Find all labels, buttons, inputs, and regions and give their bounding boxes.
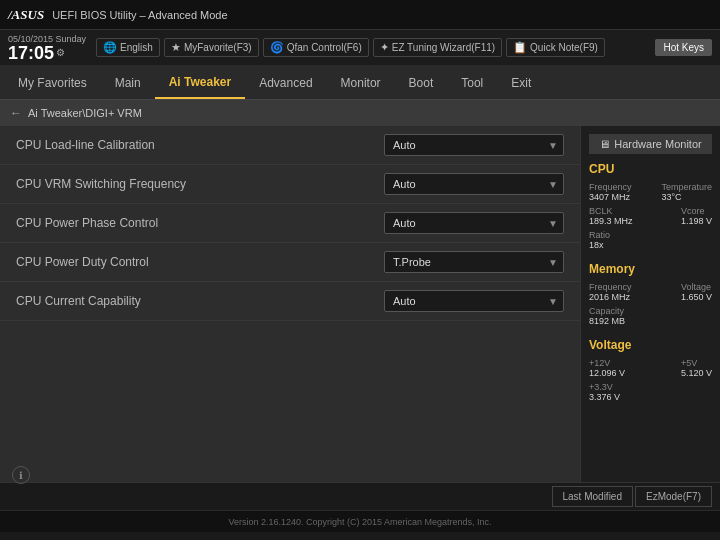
setting-label: CPU Power Duty Control [16,255,384,269]
myfavorite-label: MyFavorite(F3) [184,42,252,53]
memory-section: Memory Frequency 2016 MHz Voltage 1.650 … [589,262,712,326]
cpu-frequency-value: 3407 MHz [589,192,632,202]
select-wrapper: AutoManual▼ [384,212,564,234]
v33-value: 3.376 V [589,392,712,402]
qfan-button[interactable]: 🌀 Qfan Control(F6) [263,38,369,57]
nav-ai-tweaker[interactable]: Ai Tweaker [155,66,245,99]
datetime-block: 05/10/2015 Sunday 17:05 ⚙ [8,34,86,62]
mem-capacity-value: 8192 MB [589,316,712,326]
setting-select[interactable]: AutoManual [384,134,564,156]
setting-select[interactable]: AutoManual [384,290,564,312]
eztuning-button[interactable]: ✦ EZ Tuning Wizard(F11) [373,38,502,57]
gear-icon: ⚙ [56,47,65,58]
last-modified-button[interactable]: Last Modified [552,486,633,507]
status-bar: Last Modified EzMode(F7) [0,482,720,510]
breadcrumb-path: Ai Tweaker\DIGI+ VRM [28,107,142,119]
voltage-section-title: Voltage [589,338,712,352]
setting-label: CPU Load-line Calibration [16,138,384,152]
nav-monitor[interactable]: Monitor [327,66,395,99]
select-wrapper: AutoManual▼ [384,173,564,195]
cpu-ratio-label: Ratio [589,230,712,240]
v12-label: +12V [589,358,625,368]
language-label: English [120,42,153,53]
setting-row: CPU Power Duty ControlT.ProbeExtremeManu… [0,243,580,282]
quicknote-button[interactable]: 📋 Quick Note(F9) [506,38,605,57]
note-icon: 📋 [513,41,527,54]
setting-row: CPU VRM Switching FrequencyAutoManual▼ [0,165,580,204]
cpu-frequency-label: Frequency [589,182,632,192]
mem-voltage-label: Voltage [681,282,712,292]
cpu-temperature-label: Temperature [661,182,712,192]
v12-value: 12.096 V [589,368,625,378]
quicknote-label: Quick Note(F9) [530,42,598,53]
time-display: 17:05 [8,44,54,62]
memory-section-title: Memory [589,262,712,276]
setting-label: CPU VRM Switching Frequency [16,177,384,191]
settings-panel: CPU Load-line CalibrationAutoManual▼CPU … [0,126,580,482]
hotkeys-button[interactable]: Hot Keys [655,39,712,56]
cpu-temperature-value: 33°C [661,192,712,202]
v5-value: 5.120 V [681,368,712,378]
hw-monitor-header: 🖥 Hardware Monitor [589,134,712,154]
setting-row: CPU Current CapabilityAutoManual▼ [0,282,580,321]
main-layout: CPU Load-line CalibrationAutoManual▼CPU … [0,126,720,482]
fan-icon: 🌀 [270,41,284,54]
language-selector[interactable]: 🌐 English [96,38,160,57]
footer: Version 2.16.1240. Copyright (C) 2015 Am… [0,510,720,532]
qfan-label: Qfan Control(F6) [287,42,362,53]
mem-capacity-label: Capacity [589,306,712,316]
hw-monitor-title: Hardware Monitor [614,138,701,150]
cpu-section: CPU Frequency 3407 MHz Temperature 33°C … [589,162,712,250]
setting-select[interactable]: AutoManual [384,173,564,195]
cpu-bclk-label: BCLK [589,206,633,216]
eztuning-label: EZ Tuning Wizard(F11) [392,42,495,53]
wand-icon: ✦ [380,41,389,54]
select-wrapper: AutoManual▼ [384,134,564,156]
myfavorite-button[interactable]: ★ MyFavorite(F3) [164,38,259,57]
ezmode-button[interactable]: EzMode(F7) [635,486,712,507]
setting-select[interactable]: T.ProbeExtremeManual [384,251,564,273]
navigation-bar: My Favorites Main Ai Tweaker Advanced Mo… [0,66,720,100]
nav-main[interactable]: Main [101,66,155,99]
monitor-icon: 🖥 [599,138,610,150]
mem-frequency-value: 2016 MHz [589,292,632,302]
v5-label: +5V [681,358,712,368]
cpu-bclk-value: 189.3 MHz [589,216,633,226]
mem-voltage-value: 1.650 V [681,292,712,302]
setting-select[interactable]: AutoManual [384,212,564,234]
info-icon[interactable]: ℹ [12,466,30,484]
asus-logo: /ASUS [8,7,44,23]
title-bar: /ASUS UEFI BIOS Utility – Advanced Mode [0,0,720,30]
mem-frequency-label: Frequency [589,282,632,292]
cpu-section-title: CPU [589,162,712,176]
select-wrapper: T.ProbeExtremeManual▼ [384,251,564,273]
setting-row: CPU Power Phase ControlAutoManual▼ [0,204,580,243]
copyright-text: Version 2.16.1240. Copyright (C) 2015 Am… [228,517,491,527]
setting-label: CPU Current Capability [16,294,384,308]
setting-row: CPU Load-line CalibrationAutoManual▼ [0,126,580,165]
hardware-monitor-panel: 🖥 Hardware Monitor CPU Frequency 3407 MH… [580,126,720,482]
nav-tool[interactable]: Tool [447,66,497,99]
back-arrow-icon[interactable]: ← [10,106,22,120]
cpu-vcore-label: Vcore [681,206,712,216]
setting-label: CPU Power Phase Control [16,216,384,230]
nav-boot[interactable]: Boot [395,66,448,99]
nav-my-favorites[interactable]: My Favorites [4,66,101,99]
v33-label: +3.3V [589,382,712,392]
info-bar: 05/10/2015 Sunday 17:05 ⚙ 🌐 English ★ My… [0,30,720,66]
cpu-vcore-value: 1.198 V [681,216,712,226]
breadcrumb: ← Ai Tweaker\DIGI+ VRM [0,100,720,126]
date-display: 05/10/2015 Sunday [8,34,86,44]
nav-advanced[interactable]: Advanced [245,66,326,99]
cpu-ratio-value: 18x [589,240,712,250]
nav-exit[interactable]: Exit [497,66,545,99]
globe-icon: 🌐 [103,41,117,54]
star-icon: ★ [171,41,181,54]
select-wrapper: AutoManual▼ [384,290,564,312]
voltage-section: Voltage +12V 12.096 V +5V 5.120 V +3.3V … [589,338,712,402]
window-title: UEFI BIOS Utility – Advanced Mode [52,9,227,21]
